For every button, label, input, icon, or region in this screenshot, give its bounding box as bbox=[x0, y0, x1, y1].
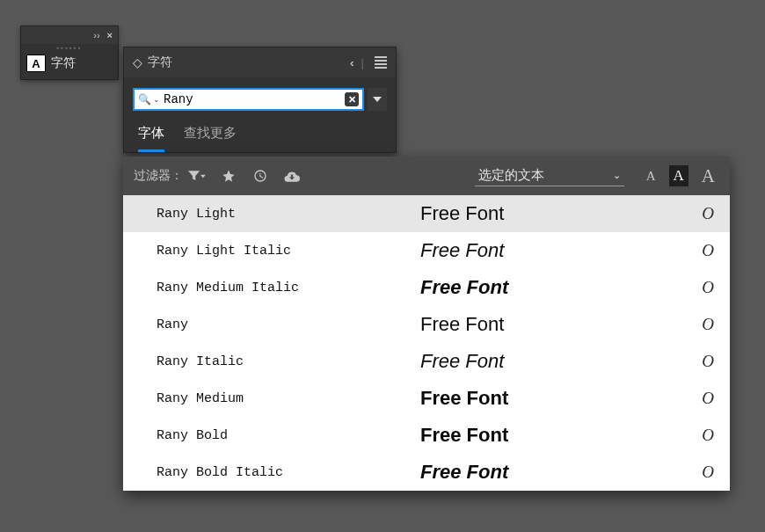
filter-label: 过滤器： bbox=[134, 168, 183, 184]
preview-medium-button[interactable]: A bbox=[669, 165, 688, 186]
font-row[interactable]: Rany Bold ItalicFree FontO bbox=[123, 454, 730, 491]
recent-clock-icon[interactable] bbox=[251, 167, 269, 185]
font-preview: Free Font bbox=[420, 276, 702, 299]
tab-find-more[interactable]: 查找更多 bbox=[184, 125, 237, 152]
font-row[interactable]: Rany Light ItalicFree FontO bbox=[123, 232, 730, 269]
font-list: Rany LightFree FontORany Light ItalicFre… bbox=[123, 195, 730, 491]
dock-grip[interactable]: ▪▪▪▪▪▪ bbox=[21, 44, 118, 51]
font-preview: Free Font bbox=[420, 461, 702, 484]
font-preview: Free Font bbox=[420, 424, 702, 447]
font-search-input[interactable] bbox=[164, 92, 345, 106]
font-format-badge: O bbox=[702, 426, 714, 445]
dock-close-icon[interactable]: × bbox=[107, 31, 113, 40]
font-preview: Free Font bbox=[420, 387, 702, 410]
font-format-badge: O bbox=[702, 352, 714, 371]
font-name: Rany Light Italic bbox=[157, 244, 420, 259]
font-row[interactable]: Rany LightFree FontO bbox=[123, 195, 730, 232]
font-preview: Free Font bbox=[420, 350, 702, 373]
panel-title-glyph-icon: ◇ bbox=[133, 55, 142, 69]
font-preview: Free Font bbox=[420, 239, 702, 262]
tab-fonts[interactable]: 字体 bbox=[138, 125, 164, 152]
font-name: Rany Italic bbox=[157, 354, 420, 369]
favorites-star-icon[interactable] bbox=[220, 167, 237, 185]
dock-collapse-icon[interactable]: ›› bbox=[93, 31, 99, 40]
docked-panel: ›› × ▪▪▪▪▪▪ A 字符 bbox=[20, 26, 119, 80]
panel-titlebar[interactable]: ◇ 字符 ‹‹ | bbox=[124, 47, 396, 77]
font-name: Rany Medium Italic bbox=[157, 281, 420, 295]
font-search-box[interactable]: 🔍 ⌄ ✕ bbox=[133, 88, 364, 111]
preview-size-value: 选定的文本 bbox=[478, 167, 544, 184]
font-name: Rany Bold Italic bbox=[157, 465, 420, 480]
font-dropdown-button[interactable] bbox=[368, 88, 387, 111]
font-tabs: 字体 查找更多 bbox=[124, 120, 396, 152]
font-row[interactable]: Rany ItalicFree FontO bbox=[123, 343, 730, 380]
panel-menu-icon[interactable] bbox=[375, 55, 387, 70]
font-format-badge: O bbox=[702, 315, 714, 334]
panel-collapse-icon[interactable]: ‹‹ bbox=[350, 56, 351, 69]
font-format-badge: O bbox=[702, 204, 714, 223]
font-name: Rany bbox=[157, 317, 420, 332]
character-panel: ◇ 字符 ‹‹ | 🔍 ⌄ ✕ 字体 查找更多 bbox=[123, 47, 397, 153]
font-search-row: 🔍 ⌄ ✕ bbox=[124, 77, 396, 120]
preview-size-buttons: A A A bbox=[642, 164, 719, 189]
font-row[interactable]: Rany Medium ItalicFree FontO bbox=[123, 269, 730, 306]
sync-cloud-icon[interactable] bbox=[283, 167, 301, 185]
panel-title: 字符 bbox=[148, 55, 172, 70]
dock-header: ›› × bbox=[21, 26, 118, 44]
dock-item-character[interactable]: A 字符 bbox=[21, 51, 118, 79]
preview-size-select[interactable]: 选定的文本 ⌄ bbox=[475, 165, 624, 186]
chevron-down-icon: ⌄ bbox=[613, 170, 621, 181]
font-list-flyout: 过滤器： 选定的文本 ⌄ A A A Rany LightFree FontOR… bbox=[123, 157, 730, 491]
search-icon: 🔍 bbox=[138, 93, 151, 106]
font-name: Rany Bold bbox=[157, 428, 420, 443]
clear-search-icon[interactable]: ✕ bbox=[345, 92, 359, 106]
dock-item-label: 字符 bbox=[51, 55, 76, 71]
font-format-badge: O bbox=[702, 389, 714, 408]
font-row[interactable]: Rany BoldFree FontO bbox=[123, 417, 730, 454]
font-row[interactable]: Rany MediumFree FontO bbox=[123, 380, 730, 417]
font-name: Rany Light bbox=[157, 207, 420, 222]
character-panel-icon: A bbox=[26, 55, 46, 72]
preview-small-button[interactable]: A bbox=[642, 167, 660, 186]
filter-bar: 过滤器： 选定的文本 ⌄ A A A bbox=[123, 157, 730, 195]
font-format-badge: O bbox=[702, 278, 714, 297]
font-name: Rany Medium bbox=[157, 391, 420, 406]
font-row[interactable]: RanyFree FontO bbox=[123, 306, 730, 343]
font-preview: Free Font bbox=[420, 202, 702, 225]
search-scope-chevron-icon[interactable]: ⌄ bbox=[153, 95, 160, 104]
preview-large-button[interactable]: A bbox=[697, 164, 719, 189]
font-format-badge: O bbox=[702, 463, 714, 482]
filter-funnel-icon[interactable] bbox=[188, 167, 206, 185]
font-format-badge: O bbox=[702, 241, 714, 260]
font-preview: Free Font bbox=[420, 313, 702, 336]
